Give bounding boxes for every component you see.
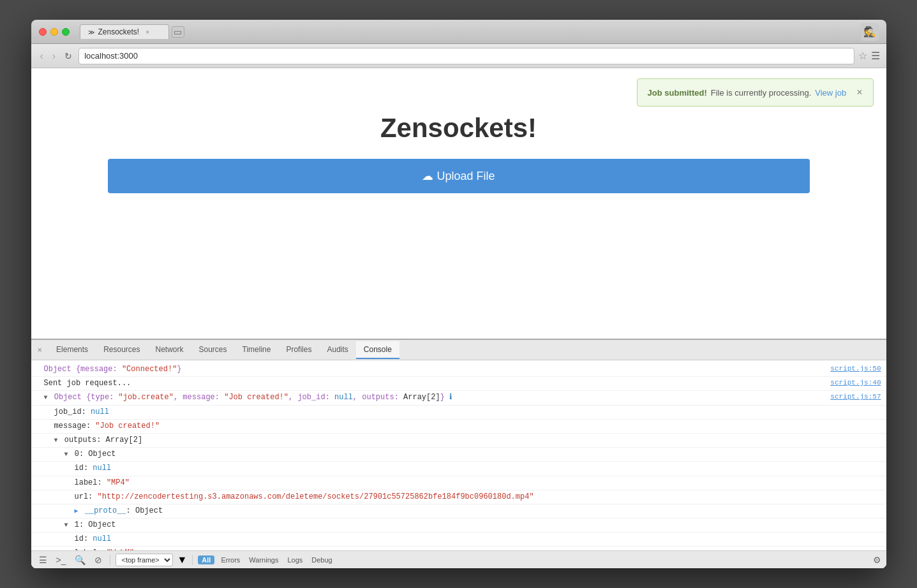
forward-button[interactable]: › <box>50 49 58 63</box>
new-tab-button[interactable]: ▭ <box>172 26 184 38</box>
tab-console[interactable]: Console <box>356 341 399 359</box>
console-text: Object {message: "Connected!"} <box>44 364 824 376</box>
logs-filter[interactable]: Logs <box>285 555 305 564</box>
tab-title: Zensockets! <box>98 27 140 36</box>
devtools-close-icon[interactable]: × <box>34 342 47 357</box>
minimize-button[interactable] <box>50 28 58 36</box>
notification-message: File is currently processing. <box>711 88 812 98</box>
console-line: label: "MP4" <box>31 476 886 490</box>
console-source[interactable]: script.js:40 <box>830 378 881 389</box>
app-title: Zensockets! <box>380 113 537 143</box>
tab-elements[interactable]: Elements <box>48 341 96 359</box>
console-line: id: null <box>31 462 886 476</box>
clear-icon[interactable]: ⊘ <box>92 554 105 566</box>
console-output[interactable]: Object {message: "Connected!"} script.js… <box>31 360 886 550</box>
console-line: message: "Job created!" <box>31 420 886 434</box>
upload-button-label: ☁ Upload File <box>422 169 495 183</box>
console-drawer-icon[interactable]: ☰ <box>36 554 50 566</box>
frame-select[interactable]: <top frame> <box>116 554 173 566</box>
user-icon: 🕵 <box>861 23 879 41</box>
notification-banner: Job submitted! File is currently process… <box>637 78 874 107</box>
console-text: job_id: null <box>54 406 881 418</box>
console-text: id: null <box>75 533 881 545</box>
execution-context-icon[interactable]: >_ <box>54 554 69 566</box>
title-bar-right: 🕵 <box>861 23 879 41</box>
console-text: url: "http://zencodertesting.s3.amazonaw… <box>75 491 881 503</box>
tab-close-icon[interactable]: × <box>145 29 149 36</box>
console-line: ▼ 0: Object <box>31 448 886 462</box>
tab-bar: ≫ Zensockets! × ▭ <box>80 24 856 39</box>
devtools-panel: × Elements Resources Network Sources Tim… <box>31 339 886 568</box>
tab-sources[interactable]: Sources <box>191 341 235 359</box>
console-text: ▼ 0: Object <box>64 448 881 460</box>
tab-profiles[interactable]: Profiles <box>278 341 319 359</box>
upload-button[interactable]: ☁ Upload File <box>108 159 810 193</box>
console-line: ▼ 1: Object <box>31 518 886 533</box>
devtools-tabs: × Elements Resources Network Sources Tim… <box>31 340 886 360</box>
tab-favicon: ≫ <box>88 29 94 36</box>
console-line: Sent job request... script.js:40 <box>31 377 886 391</box>
console-source[interactable]: script.js:57 <box>830 392 881 403</box>
divider <box>110 555 110 565</box>
console-text: message: "Job created!" <box>54 420 881 432</box>
maximize-button[interactable] <box>62 28 70 36</box>
console-line: ▶ __proto__: Object <box>31 504 886 518</box>
console-text: ▼ 1: Object <box>64 519 881 531</box>
tab-resources[interactable]: Resources <box>96 341 147 359</box>
console-line: ▼ Object {type: "job.create", message: "… <box>31 391 886 405</box>
console-text: Sent job request... <box>44 378 824 390</box>
search-icon[interactable]: 🔍 <box>72 554 88 566</box>
console-line: Object {message: "Connected!"} script.js… <box>31 363 886 377</box>
tab-timeline[interactable]: Timeline <box>235 341 279 359</box>
console-text: ▼ Object {type: "job.create", message: "… <box>44 392 824 404</box>
tab-network[interactable]: Network <box>147 341 191 359</box>
reload-button[interactable]: ↻ <box>62 50 75 62</box>
console-line: id: null <box>31 533 886 547</box>
notification-close-icon[interactable]: × <box>856 87 862 98</box>
active-tab[interactable]: ≫ Zensockets! × <box>80 24 169 39</box>
url-input[interactable] <box>78 48 854 64</box>
settings-icon[interactable]: ⚙ <box>873 555 881 565</box>
devtools-bottom-bar: ☰ >_ 🔍 ⊘ <top frame> ▼ All Errors Warnin… <box>31 550 886 568</box>
browser-content: Job submitted! File is currently process… <box>31 68 886 568</box>
console-text: ▶ __proto__: Object <box>75 505 881 517</box>
console-text: ▼ outputs: Array[2] <box>54 434 881 446</box>
traffic-lights <box>39 28 70 36</box>
browser-window: ≫ Zensockets! × ▭ 🕵 ‹ › ↻ ☆ ☰ Job submit… <box>31 20 886 568</box>
debug-filter[interactable]: Debug <box>309 555 334 564</box>
console-line: url: "http://zencodertesting.s3.amazonaw… <box>31 490 886 504</box>
errors-filter[interactable]: Errors <box>218 555 242 564</box>
address-bar: ‹ › ↻ ☆ ☰ <box>31 44 886 68</box>
view-job-link[interactable]: View job <box>815 88 846 98</box>
console-text: label: "MP4" <box>75 477 881 489</box>
all-filter-badge[interactable]: All <box>198 555 214 564</box>
page-content: Job submitted! File is currently process… <box>31 68 886 339</box>
console-line: ▼ outputs: Array[2] <box>31 434 886 448</box>
menu-icon[interactable]: ☰ <box>871 50 880 62</box>
console-line: job_id: null <box>31 406 886 420</box>
console-text: id: null <box>75 462 881 474</box>
warnings-filter[interactable]: Warnings <box>246 555 281 564</box>
tab-audits[interactable]: Audits <box>319 341 355 359</box>
close-button[interactable] <box>39 28 47 36</box>
back-button[interactable]: ‹ <box>38 49 46 63</box>
console-source[interactable]: script.js:50 <box>830 364 881 375</box>
notification-bold-text: Job submitted! <box>648 88 707 98</box>
title-bar: ≫ Zensockets! × ▭ 🕵 <box>31 20 886 44</box>
bookmark-icon[interactable]: ☆ <box>858 50 867 62</box>
divider <box>192 555 193 565</box>
